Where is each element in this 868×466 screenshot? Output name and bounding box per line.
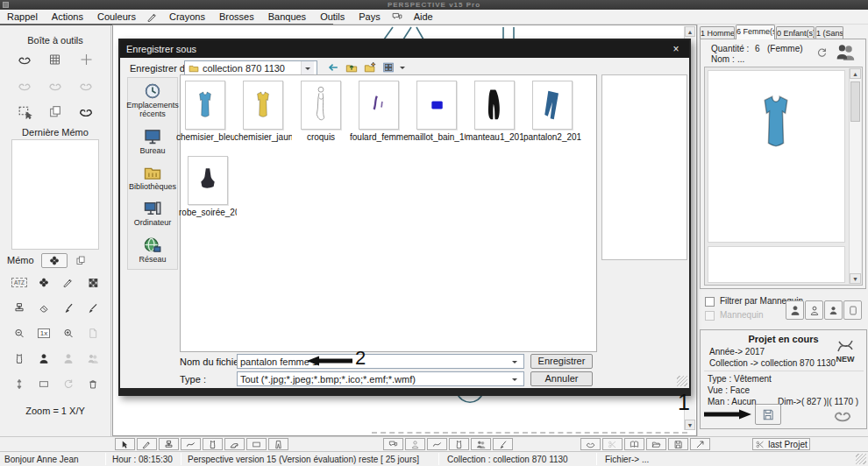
menu-crayons[interactable]: Crayons	[162, 11, 212, 23]
mosaic-tool-icon[interactable]	[82, 272, 103, 292]
zoom-1x-tool[interactable]: 1x	[33, 323, 54, 342]
tab-enfants[interactable]: 0 Enfant(s)	[776, 26, 815, 39]
person-tool-icon[interactable]	[58, 349, 79, 368]
window-resize-grip[interactable]	[856, 454, 866, 464]
corset-tool-button[interactable]	[203, 438, 223, 450]
save-file-button[interactable]	[668, 438, 688, 450]
file-label[interactable]: chemisier_bleu_...	[176, 132, 234, 142]
garment-tool-icon[interactable]	[9, 349, 30, 368]
file-list-area[interactable]: chemisier_bleu_... chemisier_jaune... cr…	[180, 74, 597, 352]
garment-list-item[interactable]	[708, 246, 845, 283]
filename-input[interactable]: pantalon femme 1	[237, 354, 524, 369]
man-model-button[interactable]	[786, 300, 804, 320]
new-project-icon[interactable]	[834, 337, 857, 355]
new-folder-icon[interactable]	[363, 61, 377, 74]
memo-stamp-button[interactable]	[41, 253, 68, 268]
cloth-tool-button[interactable]	[181, 438, 201, 450]
duplicate-tool-icon[interactable]	[43, 101, 68, 123]
rotate-tool-icon[interactable]	[58, 374, 79, 393]
rectangle-tool-button[interactable]	[246, 438, 267, 450]
mannequin-tool-button[interactable]	[405, 438, 425, 450]
color-hands-tool-icon[interactable]	[74, 101, 98, 123]
garment-tool-button[interactable]	[449, 438, 469, 450]
fabric-tool-button[interactable]	[427, 438, 447, 450]
file-label[interactable]: maillot_bain_102	[408, 132, 466, 142]
models-tool-button[interactable]	[471, 438, 491, 450]
place-desktop[interactable]: Bureau	[128, 127, 177, 155]
back-arrow-icon[interactable]	[326, 61, 340, 74]
press-tool-button[interactable]	[159, 438, 179, 450]
cancel-button[interactable]: Annuler	[530, 371, 593, 386]
shoe-tool-button[interactable]	[224, 438, 245, 450]
scroll-down-arrow[interactable]: ▼	[685, 420, 695, 430]
pen-tool-icon[interactable]	[58, 272, 79, 292]
type-dropdown[interactable]	[508, 372, 521, 385]
menu-banques[interactable]: Banques	[261, 11, 313, 23]
place-computer[interactable]: Ordinateur	[128, 199, 177, 227]
hands-icon[interactable]	[829, 406, 857, 425]
scissors-tool-button[interactable]	[602, 438, 623, 450]
models-group-icon[interactable]	[834, 42, 857, 62]
page-tool-icon[interactable]	[82, 323, 103, 342]
hand-mode-2-tool-icon[interactable]	[43, 74, 68, 96]
menu-rappel[interactable]: Rappel	[0, 11, 45, 23]
blank-model-button[interactable]	[843, 300, 862, 320]
zoom-in-tool-icon[interactable]	[58, 323, 79, 342]
file-thumbnail[interactable]	[243, 81, 283, 130]
save-button[interactable]: Enregistrer	[530, 354, 593, 369]
refresh-icon[interactable]	[816, 46, 828, 58]
chat-tool-button[interactable]	[383, 438, 403, 450]
file-thumbnail[interactable]	[532, 81, 573, 130]
select-tool-button[interactable]	[115, 438, 135, 450]
place-libraries[interactable]: Bibliothèques	[128, 163, 177, 191]
view-menu-caret-icon[interactable]	[400, 67, 405, 72]
tab-hommes[interactable]: 1 Homme(s)	[700, 26, 735, 39]
file-label[interactable]: chemisier_jaune...	[234, 132, 292, 142]
grid-tool-icon[interactable]	[43, 48, 68, 70]
mannequin-checkbox[interactable]	[705, 311, 715, 321]
last-project-button[interactable]: last Projet	[752, 438, 810, 450]
chat-menu-icon[interactable]	[388, 11, 407, 23]
pencil-tool-button[interactable]	[137, 438, 157, 450]
hands-tool-icon[interactable]	[12, 48, 37, 70]
save-in-combobox[interactable]: collection 870 1130	[184, 60, 317, 75]
menu-aide[interactable]: Aide	[407, 11, 440, 23]
memo-clipboard-button[interactable]	[75, 255, 87, 266]
folder-up-icon[interactable]	[345, 61, 359, 74]
garment-list[interactable]: ▲ ▼	[704, 67, 863, 286]
rectangle-tool-icon[interactable]	[33, 374, 54, 393]
file-label[interactable]: croquis	[292, 132, 350, 142]
filter-mannequin-checkbox[interactable]	[705, 297, 715, 307]
dialog-titlebar[interactable]: Enregistrer sous ×	[120, 40, 689, 58]
scrollbar-thumb[interactable]	[850, 81, 860, 122]
eraser-tool-icon[interactable]	[33, 298, 54, 317]
catalog-tool-button[interactable]	[624, 438, 644, 450]
crosshair-tool-icon[interactable]	[74, 48, 98, 70]
scroll-up-arrow[interactable]: ▲	[850, 68, 861, 79]
file-label[interactable]: pantalon2_201	[523, 132, 581, 142]
project-save-button[interactable]	[755, 404, 781, 425]
flatten-tool-icon[interactable]	[9, 298, 30, 317]
place-network[interactable]: Réseau	[128, 236, 177, 264]
file-label[interactable]: robe_soirée_202	[179, 208, 237, 217]
vertical-slider-tool-icon[interactable]	[9, 374, 30, 393]
file-label[interactable]: manteau1_201	[466, 132, 523, 142]
garment-list-item-selected[interactable]	[708, 70, 845, 243]
people-tool-icon[interactable]	[82, 349, 103, 368]
view-menu-icon[interactable]	[381, 61, 395, 74]
save-in-dropdown[interactable]	[301, 61, 314, 74]
filename-dropdown[interactable]	[508, 355, 521, 368]
hand-mode-3-tool-icon[interactable]	[74, 74, 98, 96]
menu-brosses[interactable]: Brosses	[212, 11, 261, 23]
woman-model-button[interactable]	[805, 300, 823, 320]
file-thumbnail[interactable]	[301, 81, 341, 130]
menu-couleurs[interactable]: Couleurs	[90, 11, 143, 23]
scroll-up-arrow[interactable]: ▲	[685, 26, 695, 37]
hand-mode-tool-icon[interactable]	[12, 74, 37, 96]
tab-sans[interactable]: 1 (Sans)	[815, 26, 843, 39]
child-model-button[interactable]	[824, 300, 843, 320]
garment-list-scrollbar[interactable]: ▲ ▼	[849, 68, 861, 284]
hands-tool-button[interactable]	[580, 438, 601, 450]
tab-femmes[interactable]: 6 Femme(s)	[736, 25, 775, 39]
file-thumbnail[interactable]	[185, 81, 225, 130]
